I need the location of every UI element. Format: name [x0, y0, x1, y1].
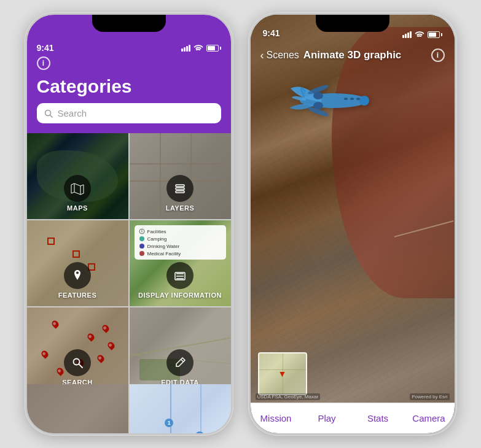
phone2-info-icon[interactable]: i: [431, 48, 445, 62]
search-bar[interactable]: Search: [37, 103, 221, 123]
svg-point-15: [74, 359, 80, 365]
svg-point-29: [350, 98, 354, 100]
svg-point-7: [141, 230, 142, 230]
list-icon: [173, 269, 187, 282]
phone2-nav-title: Animate 3D graphic: [303, 49, 402, 61]
grid-item-edit[interactable]: EDIT DATA: [130, 307, 231, 384]
phone1-screen: 9:41: [27, 15, 231, 433]
svg-point-30: [356, 98, 360, 100]
search-placeholder: Search: [58, 108, 87, 118]
pencil-icon: [173, 356, 187, 369]
layers-label: LAYERS: [166, 204, 195, 212]
map-attribution: USDA FSA, GeoEye, Maxar Powered by Esri: [251, 393, 455, 400]
minimap: ▼: [258, 352, 307, 395]
display-content: DISPLAY INFORMATION: [130, 262, 231, 299]
phone-2: ▼ USDA FSA, GeoEye, Maxar Powered by Esr…: [248, 12, 457, 436]
phone1-header: 9:41: [27, 15, 231, 133]
search-label: SEARCH: [62, 379, 92, 384]
grid-item-bottom1[interactable]: [27, 384, 128, 433]
maps-icon-circle: [64, 175, 91, 202]
phone1-time: 9:41: [37, 43, 54, 53]
phone2-time: 9:41: [263, 28, 280, 38]
svg-point-23: [359, 96, 369, 106]
phone-1: 9:41: [25, 12, 233, 436]
features-label: FEATURES: [58, 292, 96, 299]
grid-item-search[interactable]: SEARCH: [27, 307, 128, 384]
app-scene: 9:41: [0, 0, 481, 448]
svg-line-1: [50, 115, 52, 117]
svg-rect-2: [176, 185, 184, 187]
tab-mission[interactable]: Mission: [251, 413, 302, 423]
edit-content: EDIT DATA: [130, 349, 231, 384]
categories-grid: MAPS: [27, 133, 231, 384]
edit-label: EDIT DATA: [161, 379, 199, 384]
search-grid-icon: [71, 356, 84, 369]
layers-icon-circle: [166, 175, 194, 202]
edit-icon-circle: [166, 349, 194, 376]
phone2-nav: ‹ Scenes Animate 3D graphic i: [251, 42, 455, 69]
back-arrow-icon: ‹: [260, 49, 264, 62]
tab-stats[interactable]: Stats: [353, 413, 404, 423]
grid-item-maps[interactable]: MAPS: [27, 133, 128, 219]
svg-rect-3: [176, 188, 184, 190]
phone1-notch: [92, 15, 166, 32]
nav-back-button[interactable]: ‹ Scenes: [260, 49, 299, 62]
minimap-pin: ▼: [278, 369, 287, 379]
features-icon-circle: [64, 262, 91, 289]
phone2-notch: [316, 15, 389, 32]
nav-back-label: Scenes: [267, 50, 299, 61]
phone2-map-area: ▼ USDA FSA, GeoEye, Maxar Powered by Esr…: [251, 15, 455, 403]
svg-point-8: [139, 236, 144, 241]
svg-point-10: [139, 251, 144, 256]
airplane-3d-svg: [284, 64, 383, 137]
features-content: FEATURES: [27, 262, 128, 299]
svg-rect-4: [176, 191, 184, 193]
attribution-left: USDA FSA, GeoEye, Maxar: [256, 393, 321, 400]
grid-item-layers[interactable]: LAYERS: [130, 133, 231, 219]
search-content: SEARCH: [27, 349, 128, 384]
attribution-right: Powered by Esri: [410, 393, 449, 400]
pin-icon: [71, 269, 84, 282]
tab-camera[interactable]: Camera: [404, 413, 455, 423]
grid-item-bottom2[interactable]: 1 2: [130, 384, 231, 433]
svg-line-17: [181, 360, 184, 362]
grid-item-features[interactable]: FEATURES: [27, 220, 128, 306]
phone2-tabbar: Mission Play Stats Camera: [251, 403, 455, 433]
svg-point-9: [139, 244, 144, 249]
display-card: Facilities Camping Drinking Water: [135, 225, 226, 260]
maps-label: MAPS: [67, 204, 88, 212]
bottom-partial-row: 1 2: [27, 384, 231, 433]
svg-point-26: [313, 92, 323, 99]
phone1-status-icons: [181, 44, 221, 52]
svg-point-28: [344, 98, 348, 100]
phone2-status-icons: [402, 31, 442, 38]
search-icon: [44, 109, 53, 118]
display-label: DISPLAY INFORMATION: [138, 292, 222, 299]
phone1-nav-bar: i: [37, 54, 221, 72]
svg-line-16: [79, 365, 82, 368]
categories-title: Categories: [37, 76, 221, 97]
maps-content: MAPS: [27, 175, 128, 212]
display-icon-circle: [166, 262, 194, 289]
search-icon-circle: [64, 349, 91, 376]
airplane: [284, 64, 383, 137]
grid-item-display[interactable]: Facilities Camping Drinking Water: [130, 220, 231, 306]
layers-content: LAYERS: [130, 175, 231, 212]
svg-point-27: [313, 102, 323, 109]
tab-play[interactable]: Play: [302, 413, 353, 423]
phone1-info-icon[interactable]: i: [37, 56, 50, 70]
layers-icon: [173, 182, 187, 195]
map-icon: [71, 182, 84, 195]
phone2-screen: ▼ USDA FSA, GeoEye, Maxar Powered by Esr…: [251, 15, 455, 433]
